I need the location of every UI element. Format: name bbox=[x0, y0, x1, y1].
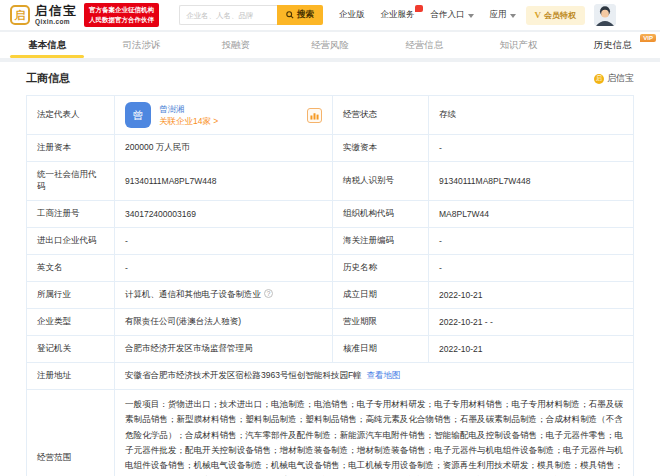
chevron-down-icon bbox=[468, 14, 474, 18]
related-companies-link[interactable]: 关联企业14家 > bbox=[159, 117, 307, 126]
header-nav: 企业版 企业服务 合作入口 应用 bbox=[339, 9, 516, 21]
field-label: 组织机构代码 bbox=[333, 201, 429, 228]
tab-judicial-litigation[interactable]: 司法涉诉 bbox=[94, 32, 188, 58]
legal-rep-avatar[interactable]: 曾 bbox=[125, 102, 151, 128]
gov-badge-line2: 人民数据官方合作伙伴 bbox=[89, 15, 154, 25]
business-scope-text: 一般项目：货物进出口；技术进出口；电池制造；电池销售；电子专用材料研发；电子专用… bbox=[115, 390, 634, 476]
field-value: 2022-10-21 bbox=[429, 336, 634, 363]
tab-label: 经营信息 bbox=[405, 39, 443, 52]
table-row: 注册资本 200000 万人民币 实缴资本 - bbox=[27, 135, 634, 162]
field-label: 核准日期 bbox=[333, 336, 429, 363]
chevron-down-icon bbox=[510, 14, 516, 18]
qixinbao-logo-icon: 启 bbox=[10, 5, 30, 25]
table-row: 统一社会信用代码 91340111MA8PL7W448 纳税人识别号 91340… bbox=[27, 162, 634, 201]
qixinbao-logo[interactable]: 启 启信宝 Qixin.com bbox=[10, 5, 77, 26]
nav-services-label: 企业服务 bbox=[381, 9, 415, 21]
brand-name: 启信宝 bbox=[35, 5, 77, 18]
field-label: 进出口企业代码 bbox=[27, 228, 115, 255]
tab-operating-info[interactable]: 经营信息 bbox=[377, 32, 471, 58]
legal-rep-name-link[interactable]: 曾澍湘 bbox=[159, 105, 307, 114]
field-label: 登记机关 bbox=[27, 336, 115, 363]
field-value: - bbox=[115, 255, 333, 282]
tab-label: 投融资 bbox=[221, 39, 250, 52]
gov-certification-badge: 官方备案企业征信机构 人民数据官方合作伙伴 bbox=[84, 3, 159, 27]
tab-label: 司法涉诉 bbox=[122, 39, 160, 52]
tab-operating-risk[interactable]: 经营风险 bbox=[283, 32, 377, 58]
table-row: 法定代表人 曾 曾澍湘 关联企业14家 > bbox=[27, 96, 634, 135]
field-label: 海关注册编码 bbox=[333, 228, 429, 255]
nav-enterprise-label: 企业版 bbox=[339, 9, 365, 21]
tab-history-info[interactable]: 历史信息 VIP bbox=[566, 32, 660, 58]
business-info-card: 工商信息 启 启信宝 法定代表人 曾 曾澍湘 关联企业14家 > bbox=[0, 62, 660, 476]
qixinbao-watermark: 启 启信宝 bbox=[594, 72, 634, 85]
nav-partner-label: 合作入口 bbox=[431, 9, 465, 21]
field-value: MA8PL7W44 bbox=[429, 201, 634, 228]
field-label: 英文名 bbox=[27, 255, 115, 282]
field-label: 经营范围 bbox=[27, 390, 115, 476]
vip-v-icon: V bbox=[535, 10, 542, 20]
field-value: 合肥市经济开发区市场监督管理局 bbox=[115, 336, 333, 363]
field-label: 注册地址 bbox=[27, 363, 115, 390]
field-value: 有限责任公司(港澳台法人独资) bbox=[115, 309, 333, 336]
field-label: 成立日期 bbox=[333, 282, 429, 309]
table-row: 经营范围 一般项目：货物进出口；技术进出口；电池制造；电池销售；电子专用材料研发… bbox=[27, 390, 634, 476]
gov-badge-line1: 官方备案企业征信机构 bbox=[89, 5, 154, 15]
watermark-label: 启信宝 bbox=[607, 72, 634, 85]
nav-apps-label: 应用 bbox=[490, 9, 507, 21]
field-value: - bbox=[429, 255, 634, 282]
field-label: 营业期限 bbox=[333, 309, 429, 336]
table-row: 注册地址 安徽省合肥市经济技术开发区宿松路3963号恒创智能科技园F幢查看地图 bbox=[27, 363, 634, 390]
field-value: 存续 bbox=[429, 96, 634, 135]
tab-investment-financing[interactable]: 投融资 bbox=[189, 32, 283, 58]
section-title: 工商信息 bbox=[26, 71, 70, 86]
top-bar: 启 启信宝 Qixin.com 官方备案企业征信机构 人民数据官方合作伙伴 搜索… bbox=[0, 0, 660, 30]
brand-domain: Qixin.com bbox=[35, 19, 77, 26]
nav-enterprise-services[interactable]: 企业服务 bbox=[381, 9, 415, 21]
field-label: 工商注册号 bbox=[27, 201, 115, 228]
table-row: 工商注册号 340172400003169 组织机构代码 MA8PL7W44 bbox=[27, 201, 634, 228]
field-label: 实缴资本 bbox=[333, 135, 429, 162]
tab-intellectual-property[interactable]: 知识产权 bbox=[471, 32, 565, 58]
field-label: 统一社会信用代码 bbox=[27, 162, 115, 201]
field-label: 历史名称 bbox=[333, 255, 429, 282]
qixinbao-mini-logo-icon: 启 bbox=[594, 74, 604, 84]
bar-chart-icon bbox=[310, 111, 319, 120]
vip-privilege-label: 会员特权 bbox=[544, 10, 576, 21]
field-label: 企业类型 bbox=[27, 309, 115, 336]
table-row: 英文名 - 历史名称 - bbox=[27, 255, 634, 282]
table-row: 登记机关 合肥市经济开发区市场监督管理局 核准日期 2022-10-21 bbox=[27, 336, 634, 363]
field-label: 所属行业 bbox=[27, 282, 115, 309]
registered-address: 安徽省合肥市经济技术开发区宿松路3963号恒创智能科技园F幢 bbox=[125, 370, 362, 380]
promo-badge-icon bbox=[415, 5, 423, 12]
equity-chart-button[interactable] bbox=[307, 108, 322, 123]
help-icon[interactable]: ? bbox=[264, 289, 273, 298]
nav-enterprise-edition[interactable]: 企业版 bbox=[339, 9, 365, 21]
tab-label: 经营风险 bbox=[311, 39, 349, 52]
field-value: - bbox=[429, 228, 634, 255]
business-info-table: 法定代表人 曾 曾澍湘 关联企业14家 > bbox=[26, 95, 634, 476]
field-label: 纳税人识别号 bbox=[333, 162, 429, 201]
search-input[interactable] bbox=[179, 5, 277, 25]
search-button-label: 搜索 bbox=[297, 9, 314, 21]
nav-partner-entry[interactable]: 合作入口 bbox=[431, 9, 474, 21]
field-value: 91340111MA8PL7W448 bbox=[115, 162, 333, 201]
view-map-link[interactable]: 查看地图 bbox=[367, 370, 401, 380]
tab-label: 基本信息 bbox=[28, 39, 66, 52]
field-value: - bbox=[429, 135, 634, 162]
search-button[interactable]: 搜索 bbox=[277, 5, 323, 25]
tab-label: 历史信息 bbox=[594, 39, 632, 52]
header-search: 搜索 bbox=[179, 5, 323, 25]
search-icon bbox=[286, 11, 294, 19]
table-row: 所属行业 计算机、通信和其他电子设备制造业? 成立日期 2022-10-21 bbox=[27, 282, 634, 309]
field-label: 法定代表人 bbox=[27, 96, 115, 135]
tab-label: 知识产权 bbox=[500, 39, 538, 52]
vip-privilege-button[interactable]: V 会员特权 bbox=[526, 6, 586, 25]
detail-tab-bar: 基本信息 司法涉诉 投融资 经营风险 经营信息 知识产权 历史信息 VIP bbox=[0, 32, 660, 58]
tab-basic-info[interactable]: 基本信息 bbox=[0, 32, 94, 58]
avatar-illustration-icon bbox=[594, 4, 616, 26]
nav-apps[interactable]: 应用 bbox=[490, 9, 516, 21]
user-avatar[interactable] bbox=[594, 4, 616, 26]
vip-badge: VIP bbox=[640, 34, 656, 42]
field-value: 计算机、通信和其他电子设备制造业 bbox=[125, 289, 261, 299]
field-value: 340172400003169 bbox=[115, 201, 333, 228]
